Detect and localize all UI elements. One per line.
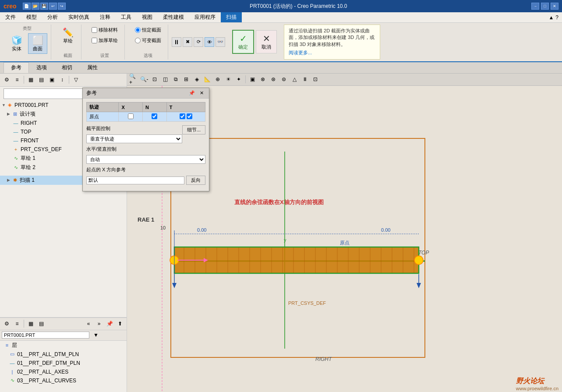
view-btn3[interactable]: ⊞ <box>181 75 191 84</box>
view-btn11[interactable]: ⊛ <box>269 75 278 84</box>
solid-btn[interactable]: 🧊 实体 <box>7 33 26 54</box>
tree-view-btn1[interactable]: ▦ <box>26 75 35 84</box>
view-btn5[interactable]: 📐 <box>202 75 212 84</box>
layer-pin-btn[interactable]: 📌 <box>105 319 114 328</box>
help-link[interactable]: 阅读更多... <box>289 49 375 56</box>
view-btn1[interactable]: ◫ <box>160 75 170 84</box>
n-cell[interactable] <box>143 112 167 122</box>
layer-export-btn[interactable]: ⬆ <box>115 319 125 328</box>
menu-tools[interactable]: 工具 <box>116 12 137 22</box>
n-checkbox[interactable] <box>152 113 157 119</box>
t-checkbox1[interactable] <box>180 113 185 119</box>
view-btn7[interactable]: ☀ <box>223 75 233 84</box>
menu-view[interactable]: 视图 <box>137 12 158 22</box>
maximize-btn[interactable]: □ <box>541 3 549 10</box>
layer-item-3[interactable]: ∿ 03__PRT_ALL_CURVES <box>0 376 127 385</box>
menu-annotation[interactable]: 注释 <box>95 12 116 22</box>
view-btn12[interactable]: ⊜ <box>279 75 289 84</box>
ribbon-help[interactable]: ? <box>555 14 558 21</box>
menu-flexible[interactable]: 柔性建模 <box>158 12 189 22</box>
start-x-input[interactable] <box>86 177 184 184</box>
surface-btn[interactable]: ⬜ 曲面 <box>28 33 47 54</box>
t-cell[interactable] <box>166 112 205 122</box>
view-btn4[interactable]: ◈ <box>192 75 201 84</box>
close-btn[interactable]: ✕ <box>551 3 558 10</box>
toolbar-redo[interactable]: ↪ <box>58 3 66 10</box>
layer-item-2[interactable]: | 02__PRT_ALL_AXES <box>0 367 127 376</box>
menu-analysis[interactable]: 分析 <box>42 12 63 22</box>
sketch-btn[interactable]: ✏️ 草绘 <box>58 25 78 46</box>
dialog-pin-btn[interactable]: 📌 <box>187 90 197 96</box>
glasses-btn[interactable]: 👓 <box>216 37 225 47</box>
table-row[interactable]: 原点 <box>87 112 205 122</box>
layer-item2-label: 02__PRT_ALL_AXES <box>17 369 68 375</box>
menu-simulation[interactable]: 实时仿真 <box>63 12 95 22</box>
tree-view-btn3[interactable]: ▣ <box>47 75 57 84</box>
remove-material-checkbox[interactable] <box>92 27 97 33</box>
menu-file[interactable]: 文件 <box>0 12 21 22</box>
reverse-btn[interactable]: 反向 <box>186 176 205 185</box>
tree-settings-btn[interactable]: ⚙ <box>2 75 11 84</box>
filepath-input[interactable] <box>2 332 89 339</box>
toolbar-open[interactable]: 📂 <box>32 3 39 10</box>
view-btn10[interactable]: ⊗ <box>258 75 268 84</box>
ribbon-options-group: 恒定截面 可变截面 选项 <box>128 25 168 60</box>
view-btn6[interactable]: ⊕ <box>213 75 223 84</box>
layer-view2[interactable]: ▤ <box>36 319 46 328</box>
zoom-out-btn[interactable]: 🔍- <box>139 75 149 84</box>
tab-reference[interactable]: 参考 <box>4 62 29 73</box>
tree-filter-btn[interactable]: ▽ <box>71 75 81 84</box>
x-cell[interactable] <box>119 112 143 122</box>
detail-btn[interactable]: 细节... <box>182 125 205 134</box>
confirm-btn[interactable]: ✓ 确定 <box>232 30 254 54</box>
tab-tangent[interactable]: 相切 <box>54 62 80 73</box>
layer-item-1[interactable]: — 01__PRT_DEF_DTM_PLN <box>0 359 127 367</box>
zoom-in-btn[interactable]: 🔍+ <box>129 75 138 84</box>
zoom-fit-btn[interactable]: ⊡ <box>150 75 159 84</box>
filepath-browse[interactable]: ▼ <box>91 331 101 339</box>
view-btn8[interactable]: ✦ <box>234 75 244 84</box>
layer-view1[interactable]: ▦ <box>26 319 35 328</box>
menu-model[interactable]: 模型 <box>21 12 42 22</box>
view-btn2[interactable]: ⧉ <box>171 75 180 84</box>
menu-sweep[interactable]: 扫描 <box>221 12 242 22</box>
minimize-btn[interactable]: － <box>531 3 539 10</box>
preview-btn1[interactable]: ⟳ <box>194 37 203 47</box>
dialog-close-btn[interactable]: ✕ <box>198 90 205 96</box>
constant-section-btn[interactable]: 恒定截面 <box>132 25 164 35</box>
tree-view-btn2[interactable]: ▤ <box>36 75 46 84</box>
layer-settings-btn[interactable]: ⚙ <box>2 319 11 328</box>
tree-expand-btn[interactable]: ≡ <box>12 75 22 84</box>
x-checkbox[interactable] <box>128 113 134 119</box>
view-btn13[interactable]: △ <box>290 75 299 84</box>
preview-btn2[interactable]: 👁 <box>205 37 214 47</box>
toolbar-save[interactable]: 💾 <box>40 3 48 10</box>
layer-more-btn[interactable]: » <box>94 319 104 328</box>
horizontal-control-select[interactable]: 自动 <box>86 155 205 164</box>
toolbar-undo[interactable]: ↩ <box>49 3 57 10</box>
tab-properties[interactable]: 属性 <box>80 62 105 73</box>
layer-item-0[interactable]: ▭ 01__PRT_ALL_DTM_PLN <box>0 350 127 359</box>
view-btn15[interactable]: ⊡ <box>311 75 320 84</box>
cancel-btn[interactable]: ✕ 取消 <box>256 30 277 53</box>
layer-expand-btn[interactable]: ≡ <box>12 319 22 328</box>
tab-options[interactable]: 选项 <box>29 62 54 73</box>
remove-material-btn[interactable]: 移除材料 <box>88 25 121 35</box>
layer-collapse-btn[interactable]: « <box>84 319 93 328</box>
thicken-sketch-checkbox[interactable] <box>92 38 97 43</box>
tree-sort-btn[interactable]: ↕ <box>57 75 67 84</box>
toolbar-new[interactable]: 📄 <box>23 3 31 10</box>
thicken-sketch-btn[interactable]: 加厚草绘 <box>88 36 121 45</box>
pause-btn[interactable]: ⏸ <box>172 37 181 47</box>
solid-icon: 🧊 <box>11 35 22 46</box>
view-btn9[interactable]: ▣ <box>247 75 257 84</box>
stop-btn[interactable]: ✖ <box>183 37 192 47</box>
constant-radio[interactable] <box>135 27 141 33</box>
view-btn14[interactable]: ⏸ <box>300 75 310 84</box>
menu-apps[interactable]: 应用程序 <box>189 12 221 22</box>
section-control-select[interactable]: 垂直于轨迹 <box>86 134 182 143</box>
t-checkbox2[interactable] <box>187 113 192 119</box>
ribbon-expand[interactable]: ▲ <box>548 14 554 21</box>
variable-section-btn[interactable]: 可变截面 <box>132 36 164 45</box>
variable-radio[interactable] <box>135 38 141 43</box>
